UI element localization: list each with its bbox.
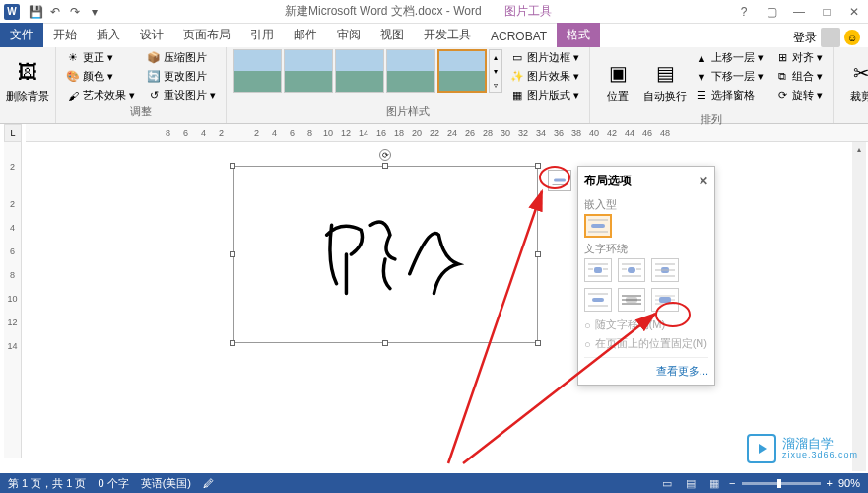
picture-styles-gallery[interactable]: ▴▾▿ — [233, 49, 502, 93]
svg-rect-0 — [554, 179, 566, 182]
tab-acrobat[interactable]: ACROBAT — [481, 26, 557, 47]
bring-forward-button[interactable]: ▲上移一层 ▾ — [691, 49, 768, 66]
window-controls: ? ▢ — □ ✕ — [734, 4, 864, 20]
layout-opt-behind[interactable] — [618, 288, 645, 312]
see-more-link[interactable]: 查看更多... — [584, 357, 708, 379]
avatar-icon[interactable] — [821, 28, 840, 47]
ruler-corner: L — [4, 124, 22, 142]
zoom-in-icon[interactable]: + — [827, 477, 833, 489]
login-link[interactable]: 登录 — [793, 30, 817, 46]
effects-icon: ✨ — [510, 70, 524, 84]
artistic-icon: 🖌 — [66, 89, 80, 103]
layout-opt-inline[interactable] — [584, 214, 612, 238]
layout-opt-through[interactable] — [651, 258, 679, 282]
titlebar: W 💾 ↶ ↷ ▾ 新建Microsoft Word 文档.docx - Wor… — [0, 0, 868, 24]
vertical-scrollbar[interactable]: ▴ — [852, 142, 866, 471]
group-size-label: 大小 — [839, 112, 868, 129]
align-button[interactable]: ⊞对齐 ▾ — [771, 49, 827, 66]
radio-icon: ○ — [584, 319, 591, 331]
move-with-text-radio[interactable]: ○随文字移动(M) — [584, 316, 708, 334]
print-layout-icon[interactable]: ▤ — [682, 476, 700, 490]
tab-file[interactable]: 文件 — [0, 23, 43, 47]
layout-opt-topbottom[interactable] — [584, 288, 612, 312]
group-adjust-label: 调整 — [62, 105, 220, 121]
pic-effects-button[interactable]: ✨图片效果 ▾ — [506, 68, 583, 85]
change-pic-button[interactable]: 🔄更改图片 — [143, 68, 220, 85]
rotate-button[interactable]: ⟳旋转 ▾ — [771, 87, 827, 104]
track-changes-icon[interactable]: 🖉 — [203, 477, 214, 489]
save-icon[interactable]: 💾 — [28, 4, 43, 20]
brightness-icon: ☀ — [66, 51, 80, 65]
layout-options-button[interactable] — [548, 170, 571, 191]
web-layout-icon[interactable]: ▦ — [705, 476, 723, 490]
pic-border-button[interactable]: ▭图片边框 ▾ — [506, 49, 583, 66]
zoom-slider[interactable] — [742, 482, 821, 485]
word-count[interactable]: 0 个字 — [98, 476, 128, 491]
tab-review[interactable]: 审阅 — [327, 23, 370, 47]
ribbon-help-icon[interactable]: ? — [734, 4, 754, 20]
style-thumb-selected[interactable] — [437, 49, 487, 93]
smiley-icon[interactable]: ☺ — [844, 30, 860, 45]
chevron-up-icon[interactable]: ▴ — [490, 50, 501, 64]
close-icon[interactable]: ✕ — [844, 4, 864, 20]
fix-position-radio[interactable]: ○在页面上的位置固定(N) — [584, 334, 708, 353]
document-canvas[interactable]: ⟳ 布局选项 ✕ 嵌入型 文字环绕 — [26, 142, 848, 473]
minimize-icon[interactable]: — — [789, 4, 809, 20]
tab-mailings[interactable]: 邮件 — [284, 23, 327, 47]
layout-opt-square[interactable] — [584, 258, 612, 282]
maximize-icon[interactable]: □ — [817, 4, 836, 20]
tab-insert[interactable]: 插入 — [87, 23, 130, 47]
crop-icon: ✂ — [847, 59, 868, 87]
close-icon[interactable]: ✕ — [699, 175, 708, 188]
chevron-down-icon[interactable]: ▾ — [490, 64, 501, 78]
color-button[interactable]: 🎨颜色 ▾ — [62, 68, 139, 85]
tab-design[interactable]: 设计 — [130, 23, 173, 47]
forward-icon: ▲ — [695, 51, 708, 65]
rotate-handle-icon[interactable]: ⟳ — [379, 149, 391, 161]
position-button[interactable]: ▣位置 — [596, 49, 639, 112]
align-icon: ⊞ — [775, 51, 789, 65]
group-size: ✂裁剪 ↕ ↔ 大小 — [834, 47, 868, 123]
tab-layout[interactable]: 页面布局 — [173, 23, 240, 47]
page-status[interactable]: 第 1 页，共 1 页 — [8, 476, 86, 491]
read-mode-icon[interactable]: ▭ — [658, 476, 676, 490]
expand-icon[interactable]: ▿ — [490, 78, 501, 92]
zoom-level[interactable]: 90% — [838, 477, 860, 489]
pic-layout-button[interactable]: ▦图片版式 ▾ — [506, 87, 583, 104]
corrections-button[interactable]: ☀更正 ▾ — [62, 49, 139, 66]
group-button[interactable]: ⧉组合 ▾ — [771, 68, 827, 85]
statusbar: 第 1 页，共 1 页 0 个字 英语(美国) 🖉 ▭ ▤ ▦ − + 90% — [0, 473, 868, 493]
zoom-out-icon[interactable]: − — [729, 477, 735, 489]
vertical-ruler[interactable]: 22468101214 — [4, 142, 22, 458]
layout-opt-front[interactable] — [651, 288, 679, 312]
style-thumb[interactable] — [386, 49, 435, 93]
tab-view[interactable]: 视图 — [370, 23, 414, 47]
watermark-url: zixue.3d66.com — [782, 451, 858, 460]
qat-more-icon[interactable]: ▾ — [87, 4, 102, 20]
layout-opt-tight[interactable] — [618, 258, 645, 282]
style-thumb[interactable] — [233, 49, 282, 93]
crop-button[interactable]: ✂裁剪 — [839, 49, 868, 112]
style-thumb[interactable] — [284, 49, 333, 93]
compress-button[interactable]: 📦压缩图片 — [143, 49, 220, 66]
selection-pane-button[interactable]: ☰选择窗格 — [691, 87, 768, 104]
tab-home[interactable]: 开始 — [43, 23, 87, 47]
gallery-scroll[interactable]: ▴▾▿ — [489, 49, 502, 93]
lang-status[interactable]: 英语(美国) — [141, 476, 191, 491]
tab-references[interactable]: 引用 — [240, 23, 284, 47]
reset-pic-button[interactable]: ↺重设图片 ▾ — [143, 87, 220, 104]
compress-icon: 📦 — [147, 51, 161, 65]
selected-image[interactable]: ⟳ — [233, 166, 538, 343]
tab-format[interactable]: 格式 — [557, 23, 600, 47]
artistic-button[interactable]: 🖌艺术效果 ▾ — [62, 87, 139, 104]
scroll-up-icon[interactable]: ▴ — [852, 142, 866, 156]
wrap-text-button[interactable]: ▤自动换行 — [643, 49, 687, 112]
undo-icon[interactable]: ↶ — [47, 4, 63, 20]
tab-developer[interactable]: 开发工具 — [414, 23, 481, 47]
redo-icon[interactable]: ↷ — [67, 4, 83, 20]
remove-bg-button[interactable]: 🖼 删除背景 — [6, 49, 49, 112]
layout-icon: ▦ — [510, 89, 524, 103]
send-backward-button[interactable]: ▼下移一层 ▾ — [691, 68, 768, 85]
style-thumb[interactable] — [335, 49, 384, 93]
ribbon-collapse-icon[interactable]: ▢ — [762, 4, 781, 20]
